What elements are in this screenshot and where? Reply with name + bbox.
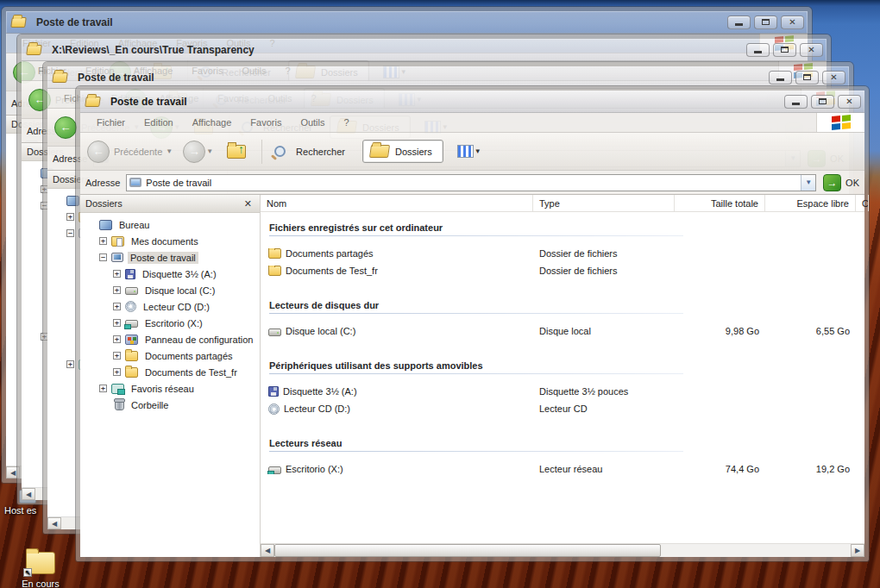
tree-expander-icon[interactable]: + xyxy=(113,303,121,310)
tree-item[interactable]: +Documents de Test_fr xyxy=(80,364,260,380)
close-button[interactable]: ✕ xyxy=(822,71,845,84)
tree-expander-icon[interactable]: − xyxy=(99,253,107,261)
address-dropdown-button[interactable]: ▼ xyxy=(801,175,815,191)
tree-item[interactable]: +Escritorio (X:) xyxy=(80,315,260,331)
group-header-line xyxy=(269,313,683,314)
desktop-icon-label: En cours xyxy=(19,579,62,588)
file-item-row[interactable]: Lecteur CD (D:)Lecteur CD xyxy=(261,400,864,417)
netdrive-icon xyxy=(125,320,138,328)
tree-expander-icon[interactable]: + xyxy=(99,237,107,245)
column-header-espace[interactable]: Espace libre xyxy=(765,195,856,211)
folders-panel: Dossiers ✕ Bureau+Mes documents−Poste de… xyxy=(80,195,261,557)
horizontal-scrollbar[interactable]: ◀ ▶ xyxy=(261,543,864,557)
menu-affichage[interactable]: Affichage xyxy=(183,117,242,128)
back-button[interactable]: ← xyxy=(87,141,110,163)
file-item-row[interactable]: Disque local (C:)Disque local9,98 Go6,55… xyxy=(261,322,864,340)
maximize-button[interactable] xyxy=(795,71,819,84)
file-item-row[interactable]: Escritorio (X:)Lecteur réseau74,4 Go19,2… xyxy=(261,460,864,478)
tree-expander-icon[interactable]: + xyxy=(66,360,74,368)
tree-item-label: Documents partagés xyxy=(142,350,236,362)
go-button[interactable]: → xyxy=(823,174,841,191)
tree-item[interactable]: +Documents partagés xyxy=(80,347,260,364)
scrollbar-thumb[interactable] xyxy=(274,544,661,557)
tree-item[interactable]: +Disque local (C:) xyxy=(80,282,260,298)
tree-item[interactable]: +Panneau de configuration xyxy=(80,331,260,347)
tree-expander-icon[interactable]: − xyxy=(66,229,74,237)
file-item-free: 6,55 Go xyxy=(765,326,856,336)
up-folder-button[interactable] xyxy=(227,145,246,159)
tree-item-label: Lecteur CD (D:) xyxy=(141,301,212,313)
desktop-icon-en-cours[interactable]: ↖ En cours xyxy=(19,552,62,588)
tree-expander-icon[interactable]: + xyxy=(113,368,121,376)
title-bar[interactable]: Poste de travail ✕ xyxy=(6,11,808,34)
group-gap xyxy=(261,417,864,429)
column-header-taille[interactable]: Taille totale xyxy=(675,195,765,211)
back-dropdown-icon[interactable]: ▼ xyxy=(166,147,173,155)
menu-favoris[interactable]: Favoris xyxy=(241,117,291,128)
menu-fichier[interactable]: Fichier xyxy=(87,117,135,128)
file-item-name: Disquette 3½ (A:) xyxy=(283,386,357,397)
folder-icon xyxy=(268,266,281,276)
maximize-button[interactable] xyxy=(811,95,834,109)
close-button[interactable]: ✕ xyxy=(800,43,823,57)
close-button[interactable]: ✕ xyxy=(838,95,861,109)
forward-button[interactable]: → xyxy=(183,141,205,163)
maximize-button[interactable] xyxy=(773,43,796,57)
close-button[interactable]: ✕ xyxy=(781,16,804,29)
window-title: Poste de travail xyxy=(78,72,769,84)
tree-item[interactable]: +Mes documents xyxy=(80,233,260,249)
shortcut-arrow-icon: ↖ xyxy=(23,568,32,577)
folder-shortcut-icon: ↖ xyxy=(26,552,55,574)
tree-expander-icon[interactable]: + xyxy=(113,352,121,360)
title-bar[interactable]: X:\Reviews\_En cours\True Transparency ✕ xyxy=(22,39,827,61)
window-title: Poste de travail xyxy=(110,96,784,108)
column-header-extra[interactable]: C xyxy=(856,195,869,211)
file-item-row[interactable]: Documents de Test_frDossier de fichiers xyxy=(261,262,864,279)
file-item-row[interactable]: Documents partagésDossier de fichiers xyxy=(261,245,864,262)
views-dropdown-icon[interactable]: ▼ xyxy=(475,147,481,155)
menu-edition[interactable]: Edition xyxy=(135,117,183,128)
tree-item[interactable]: −Poste de travail xyxy=(80,249,260,266)
title-bar[interactable]: Poste de travail ✕ xyxy=(80,91,864,113)
group-header-label: Lecteurs réseau xyxy=(269,438,342,448)
scroll-left-icon[interactable]: ◀ xyxy=(22,488,35,500)
tree-item[interactable]: Corbeille xyxy=(80,397,260,413)
menu-aide[interactable]: ? xyxy=(335,117,359,128)
maximize-button[interactable] xyxy=(754,16,777,29)
tree-item[interactable]: +Favoris réseau xyxy=(80,380,260,397)
tree-item[interactable]: Bureau xyxy=(80,216,260,233)
minimize-button[interactable] xyxy=(769,71,792,84)
tree-item-label: Bureau xyxy=(116,219,152,231)
views-button[interactable] xyxy=(457,145,474,158)
address-input[interactable]: Poste de travail ▼ xyxy=(126,174,816,191)
group-header-label: Fichiers enregistrés sur cet ordinateur xyxy=(269,222,443,233)
scroll-left-icon[interactable]: ◀ xyxy=(47,517,61,529)
back-button[interactable]: ← xyxy=(54,116,77,139)
folder-icon xyxy=(125,367,138,378)
scroll-right-icon[interactable]: ▶ xyxy=(851,544,864,557)
file-list-pane: Nom Type Taille totale Espace libre C Fi… xyxy=(261,195,864,557)
file-item-row[interactable]: Disquette 3½ (A:)Disquette 3½ pouces xyxy=(261,383,864,400)
minimize-button[interactable] xyxy=(746,43,770,57)
tree-expander-icon[interactable]: + xyxy=(66,213,74,221)
search-button[interactable]: Rechercher xyxy=(269,146,350,157)
column-header-type[interactable]: Type xyxy=(533,195,675,211)
tree-expander-icon[interactable]: + xyxy=(113,319,121,327)
tree-expander-icon[interactable]: + xyxy=(113,335,121,343)
tree-item[interactable]: +Disquette 3½ (A:) xyxy=(80,266,260,282)
menu-outils[interactable]: Outils xyxy=(291,117,334,128)
minimize-button[interactable] xyxy=(727,16,751,29)
scroll-left-icon[interactable]: ◀ xyxy=(261,544,274,557)
forward-dropdown-icon[interactable]: ▼ xyxy=(206,147,213,155)
tree-item[interactable]: +Lecteur CD (D:) xyxy=(80,298,260,315)
minimize-button[interactable] xyxy=(784,95,808,109)
folder-icon xyxy=(125,351,138,361)
folders-panel-close-icon[interactable]: ✕ xyxy=(242,198,255,210)
tree-expander-icon[interactable]: + xyxy=(113,286,121,294)
tree-expander-icon[interactable]: + xyxy=(113,270,121,278)
column-header-nom[interactable]: Nom xyxy=(261,195,533,211)
folders-button[interactable]: Dossiers xyxy=(362,140,443,163)
desktop-icon xyxy=(99,220,112,230)
tree-expander-icon[interactable]: + xyxy=(99,385,107,392)
address-label: Adresse xyxy=(85,178,120,188)
